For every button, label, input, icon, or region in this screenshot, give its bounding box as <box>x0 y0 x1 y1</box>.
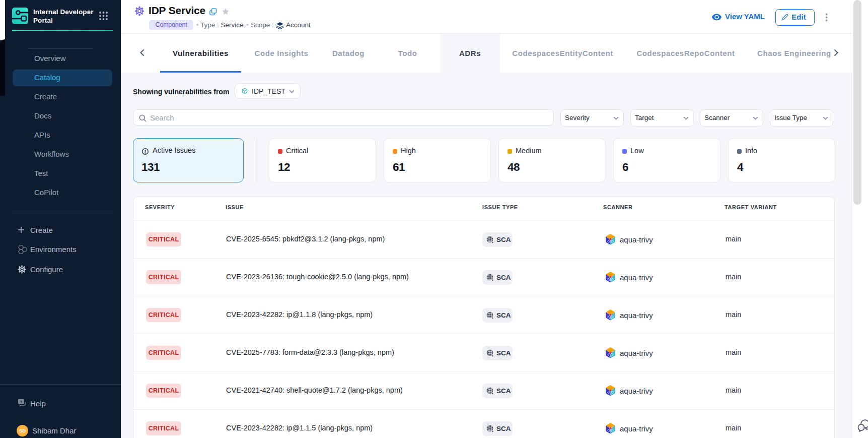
svg-text:?: ? <box>20 400 23 404</box>
